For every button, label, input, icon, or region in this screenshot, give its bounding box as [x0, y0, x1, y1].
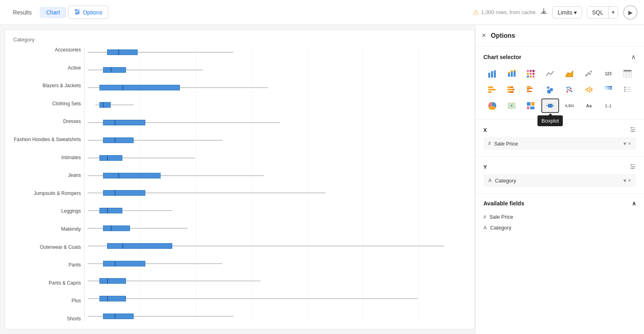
svg-rect-10: [508, 72, 510, 74]
sql-button[interactable]: SQL: [587, 7, 608, 18]
x-field-row: # Sale Price ▾ ×: [483, 137, 636, 150]
run-button[interactable]: ▶: [623, 5, 638, 20]
chart-type-table[interactable]: [619, 66, 636, 81]
chart-type-dot-cluster[interactable]: [561, 82, 578, 97]
svg-rect-36: [488, 89, 495, 90]
svg-rect-16: [530, 70, 532, 72]
svg-rect-47: [527, 91, 532, 92]
svg-rect-82: [531, 102, 535, 106]
chart-title: Category: [12, 37, 475, 43]
sliders-icon: [74, 8, 80, 16]
chart-type-boxplot[interactable]: Boxplot: [541, 98, 559, 113]
boxplot-row: [88, 311, 471, 321]
chart-type-hstacked[interactable]: [503, 82, 520, 97]
y-axis-label-item: Intimates: [12, 155, 81, 160]
svg-rect-17: [533, 70, 535, 72]
svg-point-80: [511, 105, 512, 107]
y-settings-icon[interactable]: [630, 163, 636, 171]
chart-type-scatter[interactable]: [580, 66, 598, 81]
chart-type-number2[interactable]: 4,321: [561, 98, 578, 113]
median-line: [122, 85, 123, 90]
toolbar-right: ⚠ 1,000 rows, from cache Limits ▾ SQL ▾ …: [473, 5, 638, 20]
svg-rect-68: [608, 86, 610, 88]
svg-rect-15: [527, 70, 529, 72]
svg-rect-44: [527, 86, 531, 87]
limits-label: Limits: [557, 9, 572, 16]
chart-type-dot[interactable]: [541, 82, 559, 97]
svg-rect-41: [512, 89, 514, 90]
x-label-text: X: [483, 127, 487, 133]
chart-selector-grid: 123: [483, 66, 636, 113]
svg-rect-42: [508, 91, 510, 93]
boxplot-row: [88, 259, 471, 268]
svg-point-62: [589, 89, 590, 90]
available-fields-section: Available fields ∧ # Sale Price A Catego…: [475, 194, 644, 240]
svg-rect-84: [530, 107, 535, 109]
y-field-remove-button[interactable]: ×: [628, 177, 631, 184]
y-axis-label-item: Dresses: [12, 119, 81, 124]
y-axis-label-item: Jeans: [12, 173, 81, 178]
chart-type-hbar[interactable]: [483, 82, 501, 97]
chart-type-bar[interactable]: [483, 66, 501, 81]
panel-title: Options: [491, 32, 515, 39]
chart-type-pie[interactable]: [483, 98, 501, 113]
y-axis-label-item: Blazers & Jackets: [12, 83, 81, 88]
y-axis-label-item: Fashion Hoodies & Sweatshirts: [12, 137, 81, 142]
svg-point-95: [631, 164, 632, 166]
x-field-expand-button[interactable]: ▾: [623, 140, 626, 147]
median-line: [115, 314, 116, 319]
chart-type-heatmap[interactable]: [522, 66, 540, 81]
svg-rect-11: [511, 72, 513, 77]
chart-plot: [84, 47, 475, 321]
y-axis-labels: AccessoriesActiveBlazers & JacketsClothi…: [12, 47, 84, 321]
box-rect: [103, 173, 161, 178]
limits-chevron-icon: ▾: [574, 9, 577, 16]
x-settings-icon[interactable]: [630, 126, 636, 134]
limits-button[interactable]: Limits ▾: [552, 6, 582, 18]
chart-type-heatmap2[interactable]: [599, 82, 617, 97]
chart-type-dot-dist[interactable]: [580, 82, 598, 97]
boxplot-row: [88, 135, 471, 145]
svg-rect-66: [604, 86, 606, 88]
chart-type-json[interactable]: {...}: [599, 98, 617, 113]
boxplot-row: [88, 118, 471, 127]
y-field-name: Category: [495, 178, 620, 184]
collapse-chart-selector-icon[interactable]: ∧: [631, 53, 636, 61]
svg-rect-20: [533, 73, 535, 75]
chart-type-list2[interactable]: [619, 82, 636, 97]
toolbar: Results Chart Options ⚠ 1,000 rows, from…: [0, 0, 644, 25]
chart-type-word[interactable]: Aa: [580, 98, 598, 113]
results-tab[interactable]: Results: [6, 7, 38, 18]
y-axis-label-item: Accessories: [12, 47, 81, 52]
chart-type-filled-map[interactable]: [522, 98, 540, 113]
chart-type-hgrouped[interactable]: [522, 82, 540, 97]
sql-dropdown-button[interactable]: ▾: [608, 7, 618, 18]
y-axis-label-item: Outerwear & Coats: [12, 245, 81, 250]
svg-point-61: [589, 87, 590, 88]
chart-type-line[interactable]: [541, 66, 559, 81]
svg-point-91: [634, 129, 635, 131]
available-fields-title: Available fields ∧: [483, 200, 636, 207]
y-field-expand-button[interactable]: ▾: [623, 177, 626, 184]
svg-rect-71: [606, 88, 608, 90]
chart-type-area[interactable]: [561, 66, 578, 81]
svg-point-50: [547, 90, 551, 94]
x-field-remove-button[interactable]: ×: [628, 140, 631, 147]
options-tab[interactable]: Options: [68, 6, 108, 19]
svg-point-65: [591, 90, 592, 91]
close-button[interactable]: ×: [482, 31, 486, 40]
chart-type-map[interactable]: [503, 98, 520, 113]
svg-rect-72: [608, 88, 610, 90]
chart-type-stacked-bar[interactable]: [503, 66, 520, 81]
chart-tab[interactable]: Chart: [40, 7, 66, 18]
available-fields-list: # Sale Price A Category: [483, 211, 636, 233]
median-line: [107, 208, 108, 213]
options-label: Options: [83, 9, 102, 16]
svg-rect-38: [508, 86, 511, 88]
collapse-available-fields-icon[interactable]: ∧: [632, 200, 636, 207]
y-axis-label-item: Pants & Capris: [12, 281, 81, 285]
chart-type-number[interactable]: 123: [599, 66, 617, 81]
download-button[interactable]: [540, 8, 547, 17]
x-field-type: #: [488, 141, 491, 146]
available-field-name: Category: [490, 225, 512, 231]
